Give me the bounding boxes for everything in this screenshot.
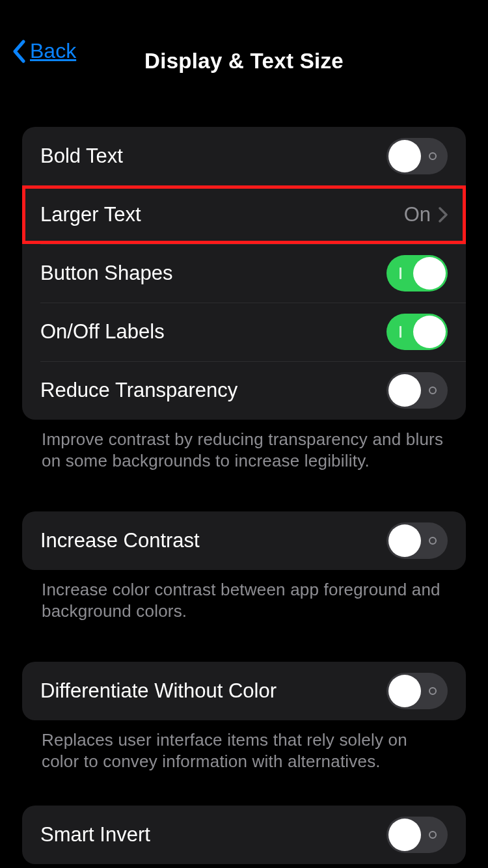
group-footer: Increase color contrast between app fore…: [22, 570, 466, 621]
toggle-off-indicator-icon: [429, 537, 437, 545]
row-bold-text[interactable]: Bold Text: [22, 127, 466, 185]
toggle-knob: [388, 374, 421, 407]
chevron-right-icon: [439, 207, 448, 223]
row-label: Increase Contrast: [40, 529, 200, 552]
settings-group-1: Bold Text Larger Text On Button Shapes: [22, 127, 466, 420]
toggle-off-indicator-icon: [429, 687, 437, 695]
toggle-on-indicator-icon: [400, 267, 401, 279]
toggle-bold-text[interactable]: [386, 138, 448, 174]
toggle-knob: [388, 140, 421, 172]
back-label: Back: [30, 39, 76, 63]
toggle-onoff-labels[interactable]: [386, 314, 448, 350]
chevron-left-icon: [12, 40, 26, 63]
row-label: On/Off Labels: [40, 320, 165, 344]
toggle-on-indicator-icon: [400, 326, 401, 338]
toggle-increase-contrast[interactable]: [386, 522, 448, 559]
toggle-button-shapes[interactable]: [386, 255, 448, 292]
toggle-knob: [388, 819, 421, 851]
toggle-off-indicator-icon: [429, 387, 437, 394]
toggle-knob: [388, 524, 421, 557]
settings-group-4: Smart Invert: [22, 806, 466, 864]
row-increase-contrast[interactable]: Increase Contrast: [22, 511, 466, 570]
settings-group-2: Increase Contrast: [22, 511, 466, 570]
row-label: Reduce Transparency: [40, 379, 237, 402]
row-label: Button Shapes: [40, 262, 172, 285]
row-detail-value: On: [404, 203, 431, 226]
toggle-reduce-transparency[interactable]: [386, 372, 448, 409]
row-label: Bold Text: [40, 144, 123, 168]
toggle-knob: [388, 675, 421, 707]
page-title: Display & Text Size: [13, 49, 475, 74]
row-reduce-transparency[interactable]: Reduce Transparency: [22, 361, 466, 420]
row-onoff-labels[interactable]: On/Off Labels: [22, 303, 466, 361]
row-smart-invert[interactable]: Smart Invert: [22, 806, 466, 864]
toggle-differentiate-without-color[interactable]: [386, 673, 448, 709]
toggle-off-indicator-icon: [429, 152, 437, 160]
group-footer: Improve contrast by reducing transparenc…: [22, 420, 466, 471]
row-button-shapes[interactable]: Button Shapes: [22, 244, 466, 303]
toggle-knob: [413, 316, 446, 348]
nav-bar: Back Display & Text Size: [0, 0, 488, 85]
toggle-knob: [413, 257, 446, 290]
toggle-off-indicator-icon: [429, 831, 437, 839]
row-larger-text[interactable]: Larger Text On: [22, 185, 466, 244]
row-label: Larger Text: [40, 203, 141, 226]
settings-group-3: Differentiate Without Color: [22, 662, 466, 720]
toggle-smart-invert[interactable]: [386, 817, 448, 853]
group-footer: Replaces user interface items that rely …: [22, 720, 466, 772]
back-button[interactable]: Back: [12, 39, 76, 63]
row-label: Differentiate Without Color: [40, 679, 277, 703]
group-footer: Smart Invert reverses the colors of the …: [22, 864, 466, 868]
row-label: Smart Invert: [40, 823, 150, 847]
row-differentiate-without-color[interactable]: Differentiate Without Color: [22, 662, 466, 720]
